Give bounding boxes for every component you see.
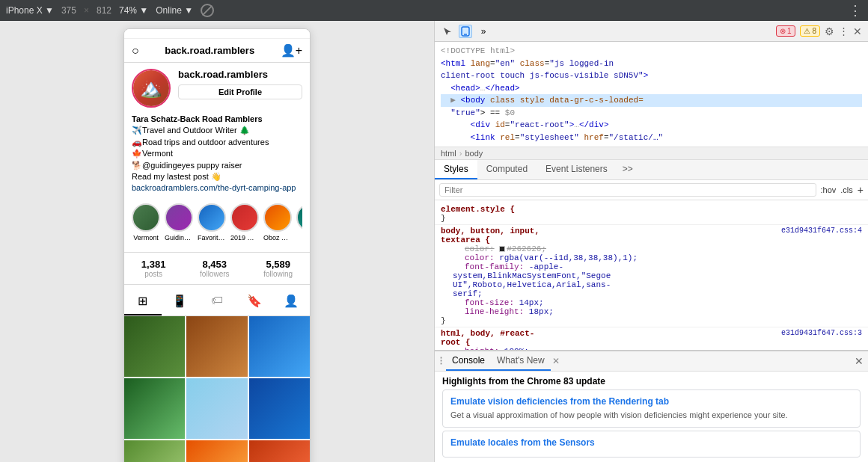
zoom-selector[interactable]: 74% ▼ <box>119 5 148 16</box>
filter-hov-button[interactable]: :hov <box>821 185 837 194</box>
styles-tab-bar: Styles Computed Event Listeners >> <box>435 160 868 180</box>
ig-tab-tagged[interactable]: 🏷 <box>198 288 236 315</box>
main-area: ○ back.road.ramblers 👤+ 🏔️ back.road.ram… <box>0 21 868 462</box>
styles-tabs-more[interactable]: >> <box>617 160 639 179</box>
devtools-more-icon[interactable]: ⋮ <box>839 25 849 37</box>
ig-add-person-icon[interactable]: 👤+ <box>281 43 302 58</box>
ig-highlight-item[interactable]: Vi <box>296 203 302 241</box>
devtools-breadcrumb: html › body <box>435 147 868 160</box>
ig-edit-profile-button[interactable]: Edit Profile <box>178 84 302 99</box>
ig-highlight-circle <box>263 203 292 232</box>
ig-grid-item[interactable] <box>124 440 185 462</box>
source-line-1: <!DOCTYPE html> <box>441 45 862 58</box>
tab-console[interactable]: Console <box>446 351 491 371</box>
more-panels-icon[interactable]: » <box>477 25 490 38</box>
source-line-8: <link rel="stylesheet" href="/static/…" <box>441 132 862 144</box>
style-rule-html-body: html, body, #react- e31d9431f647.css:3 r… <box>435 327 868 350</box>
ig-grid-item[interactable] <box>124 316 185 377</box>
tab-styles[interactable]: Styles <box>435 160 477 179</box>
ig-bio-line2: 🚗Road trips and outdoor adventures <box>132 137 302 148</box>
styles-content: element.style { } body, button, input, e… <box>435 200 868 350</box>
source-line-5[interactable]: ▶ <body class style data-gr-c-s-loaded= <box>441 94 862 107</box>
ig-grid-item[interactable] <box>124 378 185 439</box>
inspect-icon[interactable] <box>441 25 454 38</box>
tab-event-listeners[interactable]: Event Listeners <box>537 160 617 179</box>
ig-highlight-item[interactable]: Guiding E... <box>165 203 193 241</box>
console-highlight-text: Highlights from the Chrome 83 update <box>442 376 861 386</box>
ig-grid-item[interactable] <box>186 316 247 377</box>
ig-highlight-circle <box>198 203 226 232</box>
tab-whats-new[interactable]: What's New <box>491 351 551 371</box>
ig-tab-video[interactable]: 📱 <box>162 288 199 315</box>
device-toolbar-icon[interactable] <box>459 25 472 38</box>
ig-username-header: back.road.ramblers <box>165 45 254 56</box>
ig-bio-link[interactable]: backroadramblers.com/the-dyrt-camping-ap… <box>132 183 296 192</box>
ig-grid-item[interactable] <box>249 440 310 462</box>
error-badge: ⊗ 1 <box>776 25 795 37</box>
ig-tab-grid[interactable]: ⊞ <box>124 288 162 315</box>
console-card-2: Emulate locales from the Sensors <box>442 431 861 458</box>
ig-highlight-circle <box>230 203 259 232</box>
ig-highlight-item[interactable]: Vermont <box>132 203 160 241</box>
ig-bio-line4: 🐕@guidingeyes puppy raiser <box>132 160 302 171</box>
height-value: 812 <box>97 5 111 16</box>
add-style-rule-button[interactable]: + <box>858 184 864 196</box>
console-card-1: Emulate vision deficiencies from the Ren… <box>442 389 861 428</box>
console-card-2-title[interactable]: Emulate locales from the Sensors <box>450 437 852 448</box>
ig-avatar-img: 🏔️ <box>133 70 169 106</box>
source-line-2: <html lang="en" class="js logged-in <box>441 58 862 70</box>
console-card-1-title[interactable]: Emulate vision deficiencies from the Ren… <box>450 396 852 407</box>
browser-toolbar: iPhone X ▼ 375 × 812 74% ▼ Online ▼ ⋮ <box>0 0 868 21</box>
source-line-6: "true"> == $0 <box>441 107 862 120</box>
tab-whats-new-close[interactable]: ✕ <box>552 356 560 366</box>
ig-highlight-label: Vermont <box>133 234 159 241</box>
ig-bio-line5: Read my lastest post 👋 <box>132 171 302 182</box>
ig-bio: Tara Schatz-Back Road Ramblers ✈️Travel … <box>132 114 302 194</box>
ig-grid-item[interactable] <box>186 378 247 439</box>
close-console-panel-button[interactable]: ✕ <box>855 355 864 367</box>
ig-avatar: 🏔️ <box>132 69 171 108</box>
ig-settings-icon[interactable]: ○ <box>132 44 139 58</box>
settings-icon[interactable]: ⚙ <box>825 25 834 37</box>
styles-filter-input[interactable] <box>439 183 816 197</box>
ig-stat-label: following <box>263 270 293 278</box>
ig-stat: 1,381 posts <box>141 259 166 278</box>
filter-cls-button[interactable]: .cls <box>840 185 853 194</box>
ig-stat-num: 5,589 <box>266 259 290 270</box>
ig-grid-item[interactable] <box>249 378 310 439</box>
source-line-3: client-root touch js-focus-visible sDN5V… <box>441 70 862 82</box>
ig-highlight-item[interactable]: Favorite ... <box>198 203 226 241</box>
ig-highlight-label: Guiding E... <box>165 234 193 241</box>
ig-highlight-label: Favorite ... <box>198 234 226 241</box>
ig-highlight-circle <box>165 203 193 232</box>
devtools-close-button[interactable]: ✕ <box>853 25 862 37</box>
console-drawer-icon[interactable]: ⁝ <box>439 354 443 368</box>
ig-grid-item[interactable] <box>186 440 247 462</box>
ig-bio-name: Tara Schatz-Back Road Ramblers <box>132 114 263 123</box>
ig-top-bar: ○ back.road.ramblers 👤+ <box>124 39 310 63</box>
ig-tab-save[interactable]: 🔖 <box>236 288 273 315</box>
network-selector[interactable]: Online ▼ <box>156 5 193 16</box>
ig-highlight-item[interactable]: Oboz Foo... <box>263 203 292 241</box>
ig-stat-label: posts <box>144 270 162 278</box>
style-rule-body-btn: body, button, input, e31d9431f647.css:4 … <box>435 225 868 327</box>
tab-computed[interactable]: Computed <box>477 160 537 179</box>
breadcrumb-body[interactable]: body <box>465 149 483 158</box>
device-selector[interactable]: iPhone X ▼ <box>6 5 54 16</box>
ig-highlight-circle <box>296 203 302 232</box>
ig-highlight-item[interactable]: 2019 USA <box>230 203 259 241</box>
devtools-top-bar: » ⊗ 1 ⚠ 8 ⚙ ⋮ ✕ <box>435 21 868 42</box>
ig-tab-profile[interactable]: 👤 <box>272 288 310 315</box>
block-icon <box>201 4 214 17</box>
ig-highlight-label: 2019 USA <box>230 234 259 241</box>
breadcrumb-html[interactable]: html <box>441 149 456 158</box>
ig-grid-item[interactable] <box>249 316 310 377</box>
html-source-pane: <!DOCTYPE html> <html lang="en" class="j… <box>435 42 868 147</box>
toolbar-more-icon[interactable]: ⋮ <box>849 2 862 19</box>
source-line-7: <div id="react-root">…</div> <box>441 119 862 132</box>
error-icon: ⊗ <box>780 27 786 35</box>
ig-profile-top: 🏔️ back.road.ramblers Edit Profile <box>132 69 302 108</box>
ig-display-name: back.road.ramblers <box>178 69 302 80</box>
style-rule-element: element.style { } <box>435 203 868 225</box>
ig-highlight-label: Oboz Foo... <box>263 234 292 241</box>
